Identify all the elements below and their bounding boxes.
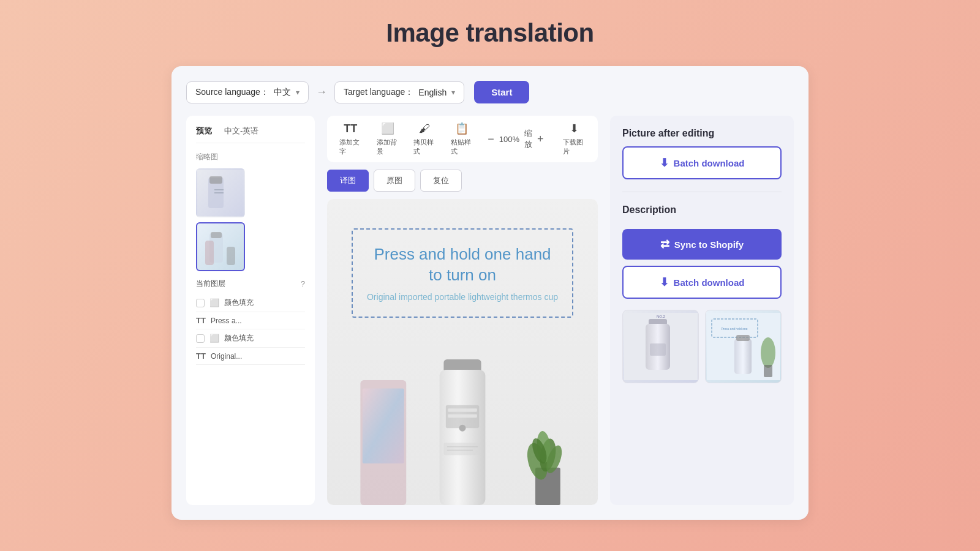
preview-thumbnail-1[interactable]: NO.2 bbox=[622, 310, 699, 383]
preview-thumbnails: NO.2 Press and hold one bbox=[622, 310, 782, 383]
sync-shopify-label: Sync to Shopify bbox=[674, 239, 744, 250]
layer-type-icon-2: TT bbox=[196, 316, 206, 325]
add-text-label: 添加文字 bbox=[339, 138, 362, 156]
preview-thumbnail-2[interactable]: Press and hold one bbox=[705, 310, 782, 383]
layer-label-4: Original... bbox=[211, 352, 242, 361]
zoom-plus-button[interactable]: + bbox=[537, 133, 544, 146]
thumbnail-img-1 bbox=[197, 170, 244, 216]
add-bg-label: 添加背景 bbox=[377, 138, 399, 156]
layer-item-2: TT Press a... bbox=[196, 312, 305, 329]
tab-original[interactable]: 原图 bbox=[374, 170, 415, 192]
download-image-icon: ⬇ bbox=[570, 122, 579, 135]
lang-arrow-separator: → bbox=[316, 86, 327, 99]
layer-item-4: TT Original... bbox=[196, 348, 305, 365]
layer-type-icon-1: ⬜ bbox=[209, 298, 219, 307]
svg-rect-11 bbox=[440, 370, 486, 505]
picture-after-editing-section: Picture after editing ⬇ Batch download bbox=[622, 128, 782, 179]
svg-rect-6 bbox=[205, 241, 214, 265]
svg-rect-1 bbox=[209, 176, 222, 184]
canvas-main-text: Press and hold one hand to turn on bbox=[365, 244, 560, 286]
target-language-select[interactable]: Target language： English ▾ bbox=[334, 81, 464, 103]
svg-rect-34 bbox=[736, 335, 750, 341]
layer-header-label: 当前图层 bbox=[196, 279, 225, 289]
layer-checkbox-1[interactable] bbox=[196, 299, 205, 307]
source-language-select[interactable]: Source language： 中文 ▾ bbox=[186, 81, 309, 103]
sync-shopify-icon: ⇄ bbox=[660, 238, 669, 251]
paste-style-icon: 📋 bbox=[455, 122, 469, 135]
svg-rect-5 bbox=[211, 232, 222, 238]
layer-label-1: 颜色填充 bbox=[224, 298, 254, 308]
add-text-icon: TT bbox=[344, 122, 357, 135]
tab-preview[interactable]: 预览 bbox=[196, 126, 212, 137]
zoom-level-value: 100% bbox=[499, 135, 519, 144]
thumbnail-item-1[interactable] bbox=[196, 168, 245, 217]
batch-download-label-1: Batch download bbox=[674, 158, 745, 168]
divider-1 bbox=[622, 192, 782, 192]
batch-download-button-2[interactable]: ⬇ Batch download bbox=[622, 266, 782, 299]
zoom-label: 缩放 bbox=[524, 128, 532, 150]
copy-style-icon: 🖌 bbox=[419, 122, 430, 135]
target-language-dropdown-icon: ▾ bbox=[451, 88, 455, 97]
sync-shopify-button[interactable]: ⇄ Sync to Shopify bbox=[622, 229, 782, 260]
editor-area: TT 添加文字 ⬜ 添加背景 🖌 拷贝样式 📋 粘贴样式 − 100% bbox=[327, 116, 598, 505]
download-image-label: 下载图片 bbox=[563, 138, 586, 156]
target-language-label: Target language： bbox=[344, 87, 413, 98]
add-bg-tool[interactable]: ⬜ 添加背景 bbox=[377, 122, 399, 156]
batch-download-icon-1: ⬇ bbox=[660, 156, 669, 170]
layer-type-icon-3: ⬜ bbox=[209, 334, 219, 343]
zoom-minus-button[interactable]: − bbox=[488, 133, 494, 146]
page-title: Image translation bbox=[386, 18, 594, 48]
left-panel: 预览 中文-英语 缩略图 bbox=[186, 116, 315, 505]
download-image-tool[interactable]: ⬇ 下载图片 bbox=[563, 122, 586, 156]
layer-section: 当前图层 ? ⬜ 颜色填充 TT Press a... ⬜ 颜色填充 bbox=[196, 279, 305, 365]
toolbar: TT 添加文字 ⬜ 添加背景 🖌 拷贝样式 📋 粘贴样式 − 100% bbox=[327, 116, 598, 162]
content-area: 预览 中文-英语 缩略图 bbox=[186, 116, 794, 505]
paste-style-tool[interactable]: 📋 粘贴样式 bbox=[451, 122, 473, 156]
svg-rect-9 bbox=[363, 389, 404, 463]
canvas-area: Press and hold one hand to turn on Origi… bbox=[327, 199, 598, 505]
add-text-tool[interactable]: TT 添加文字 bbox=[339, 122, 362, 156]
svg-point-35 bbox=[761, 337, 775, 368]
view-tabs: 译图 原图 复位 bbox=[327, 170, 598, 192]
svg-rect-13 bbox=[448, 408, 477, 411]
layer-label-3: 颜色填充 bbox=[224, 333, 254, 343]
right-panel: Picture after editing ⬇ Batch download D… bbox=[610, 116, 794, 505]
layer-checkbox-3[interactable] bbox=[196, 334, 205, 343]
layer-help-icon[interactable]: ? bbox=[301, 280, 305, 288]
zoom-control: − 100% 缩放 + bbox=[488, 128, 543, 150]
layer-item-1: ⬜ 颜色填充 bbox=[196, 294, 305, 312]
thumbnail-label: 缩略图 bbox=[196, 152, 305, 162]
source-language-label: Source language： bbox=[195, 87, 269, 98]
paste-style-label: 粘贴样式 bbox=[451, 138, 473, 156]
svg-rect-14 bbox=[448, 414, 477, 418]
text-overlay-box[interactable]: Press and hold one hand to turn on Origi… bbox=[352, 228, 573, 318]
panel-tabs: 预览 中文-英语 bbox=[196, 126, 305, 143]
layer-label-2: Press a... bbox=[211, 317, 242, 325]
layer-item-3: ⬜ 颜色填充 bbox=[196, 329, 305, 348]
tab-reset[interactable]: 复位 bbox=[420, 170, 462, 192]
thumbnail-item-2[interactable] bbox=[196, 222, 245, 271]
description-title: Description bbox=[622, 204, 782, 216]
product-image-bg: Press and hold one hand to turn on Origi… bbox=[327, 199, 598, 505]
copy-style-label: 拷贝样式 bbox=[413, 138, 436, 156]
copy-style-tool[interactable]: 🖌 拷贝样式 bbox=[413, 122, 436, 156]
add-bg-icon: ⬜ bbox=[381, 122, 394, 135]
picture-after-editing-title: Picture after editing bbox=[622, 128, 782, 139]
layer-header: 当前图层 ? bbox=[196, 279, 305, 289]
svg-text:NO.2: NO.2 bbox=[656, 315, 665, 318]
svg-rect-33 bbox=[734, 339, 752, 374]
tab-lang[interactable]: 中文-英语 bbox=[224, 126, 258, 137]
main-card: Source language： 中文 ▾ → Target language：… bbox=[172, 66, 809, 520]
svg-rect-36 bbox=[764, 365, 772, 377]
source-language-value: 中文 bbox=[274, 87, 291, 98]
start-button[interactable]: Start bbox=[474, 81, 529, 103]
top-bar: Source language： 中文 ▾ → Target language：… bbox=[186, 81, 794, 103]
tab-translated[interactable]: 译图 bbox=[327, 170, 369, 192]
canvas-sub-text: Original imported portable lightweight t… bbox=[365, 292, 560, 302]
thumbnail-list bbox=[196, 168, 305, 271]
description-section: Description ⇄ Sync to Shopify ⬇ Batch do… bbox=[622, 204, 782, 383]
batch-download-button-1[interactable]: ⬇ Batch download bbox=[622, 146, 782, 179]
batch-download-icon-2: ⬇ bbox=[660, 276, 669, 289]
layer-type-icon-4: TT bbox=[196, 351, 206, 361]
svg-rect-16 bbox=[443, 443, 481, 455]
